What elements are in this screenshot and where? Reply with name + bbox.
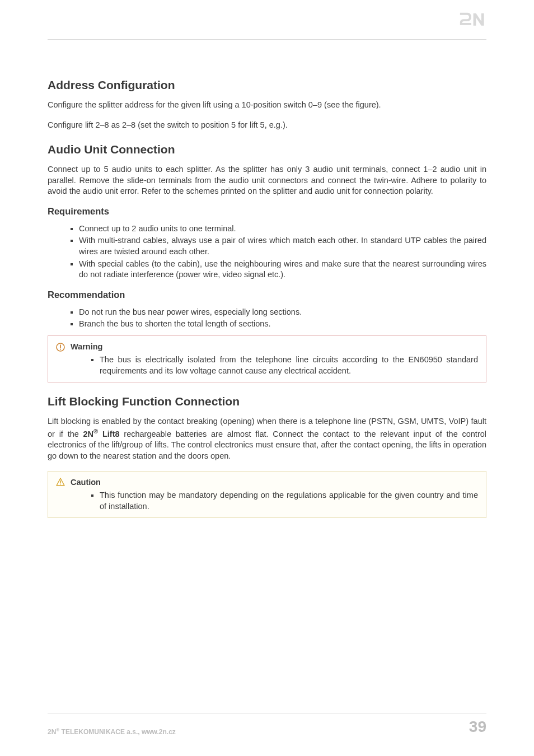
requirements-list: Connect up to 2 audio units to one termi… xyxy=(48,223,486,281)
footer-company-suffix: TELEKOMUNIKACE a.s., www.2n.cz xyxy=(59,728,176,736)
page: Address Configuration Configure the spli… xyxy=(0,0,534,756)
registered-icon: ® xyxy=(93,428,98,435)
content: Address Configuration Configure the spli… xyxy=(48,0,486,518)
caution-label: Caution xyxy=(71,477,101,488)
caution-icon xyxy=(56,478,65,487)
list-item: With multi-strand cables, always use a p… xyxy=(79,235,486,257)
heading-requirements: Requirements xyxy=(48,206,486,217)
heading-address: Address Configuration xyxy=(48,78,486,92)
heading-audio: Audio Unit Connection xyxy=(48,143,486,156)
footer-company-prefix: 2N xyxy=(48,728,56,736)
address-p1: Configure the splitter address for the g… xyxy=(48,100,486,111)
warning-list: The bus is electrically isolated from th… xyxy=(56,354,478,376)
list-item: The bus is electrically isolated from th… xyxy=(100,354,478,376)
heading-lift: Lift Blocking Function Connection xyxy=(48,395,486,408)
section-address: Address Configuration Configure the spli… xyxy=(48,78,486,130)
svg-rect-2 xyxy=(60,344,61,348)
warning-head: Warning xyxy=(56,342,478,353)
list-item: With special cables (to the cabin), use … xyxy=(79,259,486,281)
address-p2: Configure lift 2–8 as 2–8 (set the switc… xyxy=(48,120,486,131)
caution-head: Caution xyxy=(56,477,478,488)
recommendation-list: Do not run the bus near power wires, esp… xyxy=(48,307,486,330)
caution-callout: Caution This function may be mandatory d… xyxy=(48,471,486,519)
footer-company: 2N® TELEKOMUNIKACE a.s., www.2n.cz xyxy=(48,727,176,736)
heading-recommendation: Recommendation xyxy=(48,290,486,300)
list-item: Connect up to 2 audio units to one termi… xyxy=(79,223,486,235)
svg-rect-3 xyxy=(60,348,61,349)
section-audio: Audio Unit Connection Connect up to 5 au… xyxy=(48,143,486,382)
caution-list: This function may be mandatory depending… xyxy=(56,490,478,512)
svg-rect-5 xyxy=(60,484,61,485)
section-lift: Lift Blocking Function Connection Lift b… xyxy=(48,395,486,518)
lift-brand-suffix: Lift8 xyxy=(98,430,119,438)
warning-icon xyxy=(56,343,65,352)
list-item: This function may be mandatory depending… xyxy=(100,490,478,512)
list-item: Branch the bus to shorten the total leng… xyxy=(79,319,486,330)
header-bar xyxy=(48,0,486,40)
audio-p1: Connect up to 5 audio units to each spli… xyxy=(48,164,486,197)
lift-brand-prefix: 2N xyxy=(83,430,94,438)
brand-logo-icon xyxy=(458,11,486,28)
lift-p1: Lift blocking is enabled by the contact … xyxy=(48,416,486,461)
page-number: 39 xyxy=(469,718,486,736)
warning-callout: Warning The bus is electrically isolated… xyxy=(48,335,486,383)
list-item: Do not run the bus near power wires, esp… xyxy=(79,307,486,318)
svg-rect-4 xyxy=(60,480,61,483)
footer: 2N® TELEKOMUNIKACE a.s., www.2n.cz 39 xyxy=(48,713,486,736)
warning-label: Warning xyxy=(71,342,102,353)
